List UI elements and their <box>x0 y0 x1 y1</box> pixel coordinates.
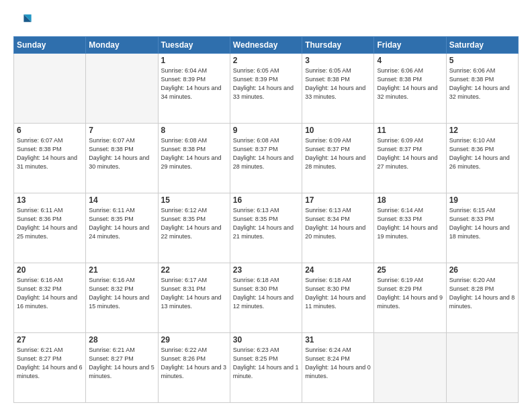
day-number: 30 <box>233 335 299 345</box>
day-number: 3 <box>305 56 371 65</box>
calendar-week-4: 20Sunrise: 6:16 AM Sunset: 8:32 PM Dayli… <box>14 263 519 333</box>
calendar-cell: 31Sunrise: 6:24 AM Sunset: 8:24 PM Dayli… <box>302 333 374 403</box>
cell-details: Sunrise: 6:05 AM Sunset: 8:38 PM Dayligh… <box>305 66 371 101</box>
day-number: 8 <box>161 126 227 135</box>
day-number: 26 <box>449 265 515 275</box>
calendar-cell: 12Sunrise: 6:10 AM Sunset: 8:36 PM Dayli… <box>446 124 518 193</box>
calendar-cell: 18Sunrise: 6:14 AM Sunset: 8:33 PM Dayli… <box>374 193 446 263</box>
cell-details: Sunrise: 6:16 AM Sunset: 8:32 PM Dayligh… <box>17 276 83 311</box>
calendar-table: SundayMondayTuesdayWednesdayThursdayFrid… <box>13 36 519 403</box>
calendar-cell <box>14 54 86 124</box>
calendar-cell: 9Sunrise: 6:08 AM Sunset: 8:37 PM Daylig… <box>230 124 302 193</box>
calendar-cell: 26Sunrise: 6:20 AM Sunset: 8:28 PM Dayli… <box>446 263 518 333</box>
calendar-cell <box>86 54 158 124</box>
calendar-cell: 1Sunrise: 6:04 AM Sunset: 8:39 PM Daylig… <box>158 54 230 124</box>
cell-details: Sunrise: 6:24 AM Sunset: 8:24 PM Dayligh… <box>305 346 371 381</box>
weekday-header-wednesday: Wednesday <box>230 37 302 54</box>
cell-details: Sunrise: 6:04 AM Sunset: 8:39 PM Dayligh… <box>161 66 227 101</box>
day-number: 27 <box>17 335 83 345</box>
cell-details: Sunrise: 6:06 AM Sunset: 8:38 PM Dayligh… <box>449 66 515 101</box>
cell-details: Sunrise: 6:07 AM Sunset: 8:38 PM Dayligh… <box>89 136 154 171</box>
calendar-cell: 17Sunrise: 6:13 AM Sunset: 8:34 PM Dayli… <box>302 193 374 263</box>
calendar-week-5: 27Sunrise: 6:21 AM Sunset: 8:27 PM Dayli… <box>14 333 519 403</box>
cell-details: Sunrise: 6:06 AM Sunset: 8:38 PM Dayligh… <box>377 66 443 101</box>
calendar-cell <box>446 333 518 403</box>
calendar-cell: 20Sunrise: 6:16 AM Sunset: 8:32 PM Dayli… <box>14 263 86 333</box>
calendar-cell: 10Sunrise: 6:09 AM Sunset: 8:37 PM Dayli… <box>302 124 374 193</box>
calendar-week-1: 1Sunrise: 6:04 AM Sunset: 8:39 PM Daylig… <box>14 54 519 124</box>
calendar-cell: 13Sunrise: 6:11 AM Sunset: 8:36 PM Dayli… <box>14 193 86 263</box>
cell-details: Sunrise: 6:08 AM Sunset: 8:38 PM Dayligh… <box>161 136 227 171</box>
cell-details: Sunrise: 6:18 AM Sunset: 8:30 PM Dayligh… <box>233 276 299 311</box>
day-number: 17 <box>305 195 371 205</box>
day-number: 22 <box>161 265 227 275</box>
day-number: 16 <box>233 195 299 205</box>
cell-details: Sunrise: 6:16 AM Sunset: 8:32 PM Dayligh… <box>89 276 154 311</box>
cell-details: Sunrise: 6:20 AM Sunset: 8:28 PM Dayligh… <box>449 276 515 311</box>
day-number: 29 <box>161 335 227 345</box>
cell-details: Sunrise: 6:18 AM Sunset: 8:30 PM Dayligh… <box>305 276 371 311</box>
day-number: 31 <box>305 335 371 345</box>
day-number: 12 <box>449 126 515 135</box>
logo <box>13 11 34 30</box>
calendar-cell: 14Sunrise: 6:11 AM Sunset: 8:35 PM Dayli… <box>86 193 158 263</box>
cell-details: Sunrise: 6:17 AM Sunset: 8:31 PM Dayligh… <box>161 276 227 311</box>
day-number: 15 <box>161 195 227 205</box>
cell-details: Sunrise: 6:10 AM Sunset: 8:36 PM Dayligh… <box>449 136 515 171</box>
day-number: 9 <box>233 126 299 135</box>
cell-details: Sunrise: 6:05 AM Sunset: 8:39 PM Dayligh… <box>233 66 299 101</box>
day-number: 20 <box>17 265 83 275</box>
cell-details: Sunrise: 6:08 AM Sunset: 8:37 PM Dayligh… <box>233 136 299 171</box>
day-number: 5 <box>449 56 515 65</box>
day-number: 14 <box>89 195 154 205</box>
day-number: 6 <box>17 126 83 135</box>
calendar-cell: 30Sunrise: 6:23 AM Sunset: 8:25 PM Dayli… <box>230 333 302 403</box>
cell-details: Sunrise: 6:14 AM Sunset: 8:33 PM Dayligh… <box>377 206 443 241</box>
day-number: 24 <box>305 265 371 275</box>
day-number: 2 <box>233 56 299 65</box>
weekday-header-thursday: Thursday <box>302 37 374 54</box>
cell-details: Sunrise: 6:09 AM Sunset: 8:37 PM Dayligh… <box>305 136 371 171</box>
day-number: 4 <box>377 56 443 65</box>
weekday-header-row: SundayMondayTuesdayWednesdayThursdayFrid… <box>14 37 519 54</box>
calendar-cell: 28Sunrise: 6:21 AM Sunset: 8:27 PM Dayli… <box>86 333 158 403</box>
calendar-cell: 19Sunrise: 6:15 AM Sunset: 8:33 PM Dayli… <box>446 193 518 263</box>
cell-details: Sunrise: 6:12 AM Sunset: 8:35 PM Dayligh… <box>161 206 227 241</box>
calendar-cell: 3Sunrise: 6:05 AM Sunset: 8:38 PM Daylig… <box>302 54 374 124</box>
cell-details: Sunrise: 6:13 AM Sunset: 8:35 PM Dayligh… <box>233 206 299 241</box>
day-number: 25 <box>377 265 443 275</box>
calendar-cell: 4Sunrise: 6:06 AM Sunset: 8:38 PM Daylig… <box>374 54 446 124</box>
day-number: 23 <box>233 265 299 275</box>
weekday-header-monday: Monday <box>86 37 158 54</box>
cell-details: Sunrise: 6:21 AM Sunset: 8:27 PM Dayligh… <box>89 346 154 381</box>
calendar-cell: 23Sunrise: 6:18 AM Sunset: 8:30 PM Dayli… <box>230 263 302 333</box>
cell-details: Sunrise: 6:23 AM Sunset: 8:25 PM Dayligh… <box>233 346 299 381</box>
logo-icon <box>13 11 32 30</box>
calendar-cell: 15Sunrise: 6:12 AM Sunset: 8:35 PM Dayli… <box>158 193 230 263</box>
calendar-cell: 29Sunrise: 6:22 AM Sunset: 8:26 PM Dayli… <box>158 333 230 403</box>
calendar-cell: 2Sunrise: 6:05 AM Sunset: 8:39 PM Daylig… <box>230 54 302 124</box>
day-number: 1 <box>161 56 227 65</box>
calendar-week-2: 6Sunrise: 6:07 AM Sunset: 8:38 PM Daylig… <box>14 124 519 193</box>
day-number: 18 <box>377 195 443 205</box>
weekday-header-saturday: Saturday <box>446 37 518 54</box>
day-number: 10 <box>305 126 371 135</box>
calendar-cell: 5Sunrise: 6:06 AM Sunset: 8:38 PM Daylig… <box>446 54 518 124</box>
page: SundayMondayTuesdayWednesdayThursdayFrid… <box>0 0 532 411</box>
day-number: 7 <box>89 126 154 135</box>
calendar-cell: 7Sunrise: 6:07 AM Sunset: 8:38 PM Daylig… <box>86 124 158 193</box>
day-number: 11 <box>377 126 443 135</box>
day-number: 21 <box>89 265 154 275</box>
calendar-cell: 21Sunrise: 6:16 AM Sunset: 8:32 PM Dayli… <box>86 263 158 333</box>
weekday-header-friday: Friday <box>374 37 446 54</box>
weekday-header-sunday: Sunday <box>14 37 86 54</box>
cell-details: Sunrise: 6:15 AM Sunset: 8:33 PM Dayligh… <box>449 206 515 241</box>
cell-details: Sunrise: 6:22 AM Sunset: 8:26 PM Dayligh… <box>161 346 227 381</box>
day-number: 28 <box>89 335 154 345</box>
cell-details: Sunrise: 6:09 AM Sunset: 8:37 PM Dayligh… <box>377 136 443 171</box>
cell-details: Sunrise: 6:13 AM Sunset: 8:34 PM Dayligh… <box>305 206 371 241</box>
calendar-cell: 24Sunrise: 6:18 AM Sunset: 8:30 PM Dayli… <box>302 263 374 333</box>
day-number: 19 <box>449 195 515 205</box>
day-number: 13 <box>17 195 83 205</box>
calendar-week-3: 13Sunrise: 6:11 AM Sunset: 8:36 PM Dayli… <box>14 193 519 263</box>
